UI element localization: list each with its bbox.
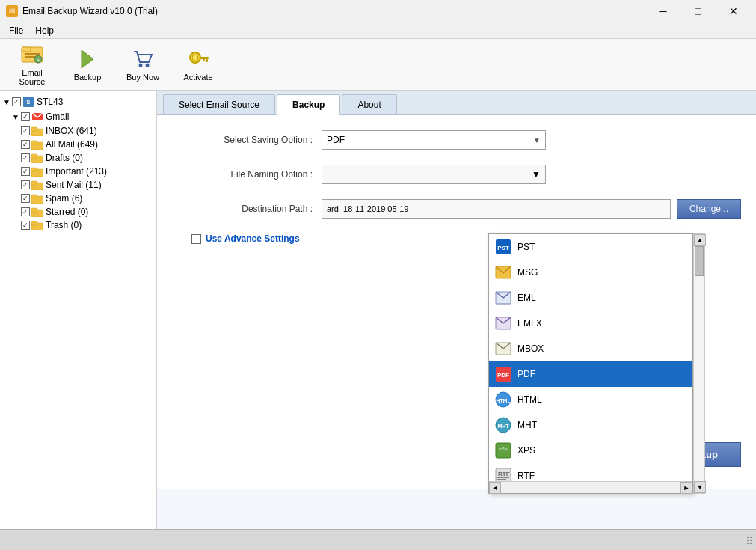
destination-control: Change... (322, 199, 741, 219)
tab-bar: Select Email Source Backup About (157, 91, 756, 115)
dropdown-item-rtf[interactable]: RTF RTF (489, 463, 692, 481)
svg-rect-13 (203, 59, 205, 61)
status-bar: ⠿ (0, 529, 756, 550)
dropdown-item-mbox[interactable]: MBOX (489, 336, 692, 361)
select-dropdown-arrow: ▼ (533, 136, 541, 144)
checkbox-important[interactable]: ✓ (21, 167, 30, 176)
saving-option-select[interactable]: PDF ▼ (322, 130, 546, 150)
folder-icon-drafts (31, 153, 43, 163)
svg-text:</>: </> (499, 446, 508, 453)
tree-item-allmail[interactable]: ✓ All Mail (649) (0, 138, 156, 151)
dropdown-item-msg[interactable]: MSG (489, 260, 692, 285)
expand-icon-gmail: ▼ (12, 113, 19, 121)
tree-item-inbox[interactable]: ✓ INBOX (641) (0, 124, 156, 138)
tree-item-stl43[interactable]: ▼ ✓ S STL43 (0, 94, 156, 109)
tree-item-important[interactable]: ✓ Important (213) (0, 165, 156, 178)
dropdown-item-emlx[interactable]: EMLX (489, 311, 692, 336)
backup-label: Backup (74, 73, 102, 82)
dropdown-item-mht[interactable]: MHT MHT (489, 412, 692, 438)
pst-label: PST (517, 242, 535, 252)
svg-rect-32 (31, 221, 37, 225)
starred-label: Starred (0) (46, 207, 88, 217)
dropdown-item-xps[interactable]: </> XPS (489, 438, 692, 463)
menu-file[interactable]: File (3, 24, 29, 37)
stl43-label: STL43 (37, 97, 63, 107)
gmail-label: Gmail (46, 111, 69, 122)
app-icon: ✉ (6, 5, 18, 17)
toolbar: + Email Source Backup Buy Now (0, 39, 756, 91)
title-bar: ✉ Email Backup Wizard v10.0 (Trial) ─ □ … (0, 0, 756, 22)
minimize-button[interactable]: ─ (646, 2, 680, 20)
svg-rect-30 (31, 208, 37, 212)
checkbox-stl43[interactable]: ✓ (12, 97, 21, 106)
v-scroll-up-btn[interactable]: ▲ (694, 234, 706, 246)
buy-now-label: Buy Now (126, 73, 159, 82)
advance-checkbox[interactable] (191, 234, 201, 244)
menu-help[interactable]: Help (29, 24, 60, 37)
saving-option-value: PDF (327, 135, 345, 145)
pdf-icon: PDF (495, 366, 511, 382)
svg-rect-11 (200, 57, 209, 59)
checkbox-gmail[interactable]: ✓ (21, 112, 30, 121)
dropdown-item-html[interactable]: HTML HTML (489, 387, 692, 412)
tab-select-email-source[interactable]: Select Email Source (163, 94, 275, 114)
main-layout: ▼ ✓ S STL43 ▼ ✓ Gmail ✓ (0, 91, 756, 529)
tree-item-drafts[interactable]: ✓ Drafts (0) (0, 151, 156, 165)
v-scroll-down-btn[interactable]: ▼ (694, 481, 706, 493)
dropdown-item-pst[interactable]: PST PST (489, 234, 692, 260)
drafts-label: Drafts (0) (46, 153, 83, 163)
checkbox-allmail[interactable]: ✓ (21, 140, 30, 149)
window-controls: ─ □ ✕ (646, 2, 750, 20)
tree-item-gmail[interactable]: ▼ ✓ Gmail (0, 109, 156, 124)
folder-icon-starred (31, 207, 43, 217)
pst-icon: PST (495, 239, 511, 255)
folder-icon-trash (31, 220, 43, 230)
allmail-label: All Mail (649) (46, 139, 98, 150)
h-scroll-left-btn[interactable]: ◄ (489, 482, 501, 494)
svg-rect-26 (31, 181, 37, 185)
pdf-label: PDF (517, 369, 535, 379)
email-source-icon: + (20, 43, 44, 67)
checkbox-inbox[interactable]: ✓ (21, 126, 30, 135)
backup-toolbar-button[interactable]: Backup (61, 41, 114, 88)
tab-about[interactable]: About (342, 94, 396, 114)
folder-icon-important (31, 166, 43, 177)
change-button[interactable]: Change... (677, 199, 741, 219)
svg-rect-24 (31, 168, 37, 171)
checkbox-starred[interactable]: ✓ (21, 207, 30, 216)
dropdown-v-scrollbar: ▲ ▼ (693, 233, 705, 494)
cart-icon (131, 47, 155, 71)
maximize-button[interactable]: □ (681, 2, 715, 20)
tree-item-starred[interactable]: ✓ Starred (0) (0, 205, 156, 219)
checkbox-drafts[interactable]: ✓ (21, 153, 30, 162)
dropdown-wrapper: PST PST (488, 233, 705, 494)
buy-now-button[interactable]: Buy Now (117, 41, 169, 88)
tree-item-trash[interactable]: ✓ Trash (0) (0, 219, 156, 232)
email-source-button[interactable]: + Email Source (6, 41, 58, 88)
checkbox-spam[interactable]: ✓ (21, 194, 30, 203)
file-naming-select[interactable]: ▼ (322, 165, 546, 184)
content-area: Select Email Source Backup About Select … (157, 91, 756, 529)
dropdown-item-pdf[interactable]: PDF PDF (489, 361, 692, 387)
tree-item-spam[interactable]: ✓ Spam (6) (0, 192, 156, 205)
destination-row: Destination Path : Change... (172, 199, 741, 219)
svg-text:RTF: RTF (498, 471, 510, 477)
checkbox-trash[interactable]: ✓ (21, 221, 30, 230)
rtf-icon: RTF (495, 468, 511, 481)
destination-input[interactable] (322, 199, 671, 219)
dropdown-item-eml[interactable]: EML (489, 285, 692, 311)
important-label: Important (213) (46, 166, 107, 177)
tab-backup[interactable]: Backup (277, 94, 340, 115)
h-scroll-track[interactable] (501, 482, 680, 493)
close-button[interactable]: ✕ (716, 2, 750, 20)
rtf-label: RTF (517, 471, 535, 481)
h-scroll-right-btn[interactable]: ► (680, 482, 692, 494)
activate-button[interactable]: Activate (172, 41, 224, 88)
emlx-label: EMLX (517, 318, 542, 329)
tree-item-sentmail[interactable]: ✓ Sent Mail (11) (0, 178, 156, 192)
v-scroll-thumb[interactable] (695, 246, 704, 276)
v-scroll-track[interactable] (694, 246, 704, 481)
checkbox-sentmail[interactable]: ✓ (21, 180, 30, 189)
mht-label: MHT (517, 420, 537, 430)
resize-icon[interactable]: ⠿ (746, 535, 753, 547)
